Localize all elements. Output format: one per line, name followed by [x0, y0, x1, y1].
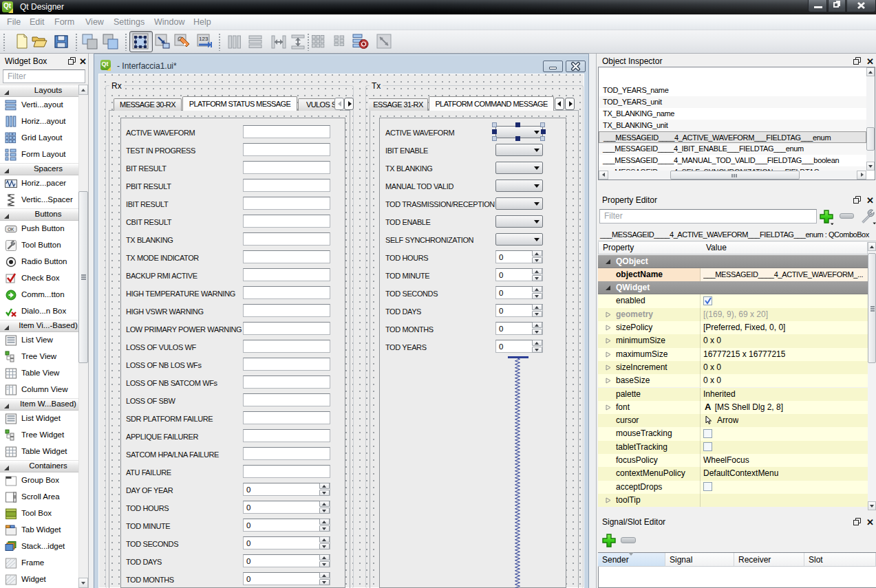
- svg-text:123: 123: [199, 36, 209, 42]
- svg-text:OK: OK: [8, 227, 14, 232]
